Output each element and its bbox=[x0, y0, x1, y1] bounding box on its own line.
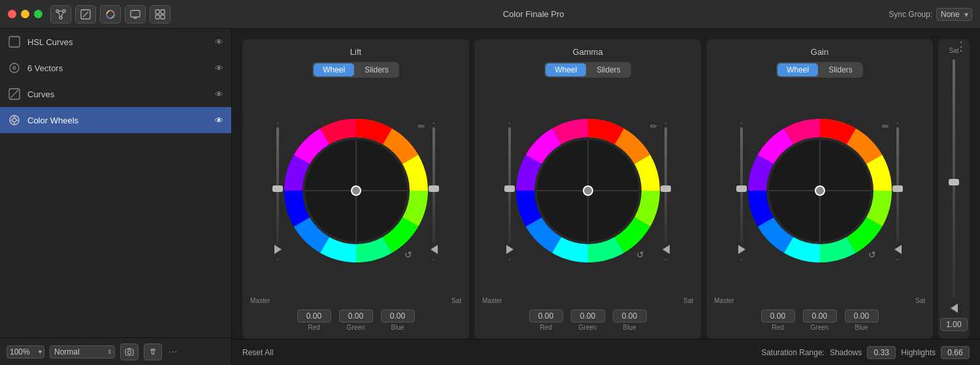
gain-title: Gain bbox=[811, 47, 828, 57]
gain-green-input[interactable] bbox=[803, 309, 837, 323]
hsl-curves-eye[interactable]: 👁 bbox=[215, 37, 223, 47]
lift-red-label: Red bbox=[308, 324, 319, 331]
gain-master-slider[interactable]: - - bbox=[738, 119, 745, 262]
extra-sat-value-input[interactable] bbox=[940, 318, 968, 331]
traffic-lights bbox=[8, 10, 42, 18]
hsl-curves-icon bbox=[8, 35, 21, 48]
svg-point-33 bbox=[351, 186, 361, 195]
gamma-wheel-body: - - bbox=[480, 86, 696, 296]
shadows-value-input[interactable] bbox=[867, 346, 896, 359]
lift-tab-wheel[interactable]: Wheel bbox=[314, 63, 354, 76]
toolbar-grid-icon[interactable] bbox=[150, 5, 171, 24]
lift-green-box: Green bbox=[339, 309, 373, 331]
gain-pencil-icon[interactable]: ✏ bbox=[882, 121, 889, 131]
gain-red-label: Red bbox=[772, 324, 783, 331]
reset-all-button[interactable]: Reset All bbox=[242, 348, 273, 357]
sync-group-select[interactable]: None bbox=[936, 8, 972, 21]
sidebar-item-curves[interactable]: Curves 👁 bbox=[0, 81, 231, 107]
gain-master-label: Master bbox=[714, 297, 734, 304]
lift-panel: Lift Wheel Sliders - - bbox=[242, 39, 469, 339]
highlights-value-input[interactable] bbox=[941, 346, 970, 359]
lift-title: Lift bbox=[350, 47, 361, 57]
gamma-color-wheel[interactable]: ✏ ↺ bbox=[516, 119, 660, 262]
gamma-tab-wheel[interactable]: Wheel bbox=[546, 63, 586, 76]
snapshot-button[interactable] bbox=[120, 343, 139, 360]
lift-green-label: Green bbox=[347, 324, 365, 331]
sidebar-label-color-wheels: Color Wheels bbox=[27, 116, 208, 125]
gamma-sat-slider[interactable]: - - bbox=[662, 119, 670, 262]
content-area: ⋮ Lift Wheel Sliders - bbox=[232, 29, 980, 365]
lift-tab-sliders[interactable]: Sliders bbox=[355, 63, 398, 76]
content-more-button[interactable]: ⋮ bbox=[955, 39, 967, 54]
lift-color-wheel[interactable]: ✏ ↺ bbox=[284, 119, 428, 262]
lift-green-input[interactable] bbox=[339, 309, 373, 323]
app-title: Color Finale Pro bbox=[178, 9, 889, 19]
gamma-sat-label: Sat bbox=[683, 297, 693, 304]
lift-blue-input[interactable] bbox=[381, 309, 415, 323]
wheels-container: ⋮ Lift Wheel Sliders - bbox=[232, 29, 980, 339]
gamma-master-label: Master bbox=[482, 297, 502, 304]
svg-rect-13 bbox=[161, 10, 165, 14]
gain-red-input[interactable] bbox=[761, 309, 795, 323]
sidebar-item-6-vectors[interactable]: 6 Vectors 👁 bbox=[0, 55, 231, 81]
svg-point-22 bbox=[12, 118, 16, 122]
gain-tab-sliders[interactable]: Sliders bbox=[819, 63, 862, 76]
gain-sat-slider[interactable]: - - bbox=[894, 119, 902, 262]
svg-point-2 bbox=[59, 16, 62, 19]
lift-master-label: Master bbox=[250, 297, 270, 304]
svg-rect-12 bbox=[155, 10, 159, 14]
gain-reset-icon[interactable]: ↺ bbox=[868, 249, 876, 260]
gamma-blue-label: Blue bbox=[623, 324, 636, 331]
gain-panel: Gain Wheel Sliders - - bbox=[706, 39, 933, 339]
fullscreen-button[interactable] bbox=[34, 10, 42, 18]
gain-tab-wheel[interactable]: Wheel bbox=[777, 63, 818, 76]
lift-sat-label: Sat bbox=[451, 297, 461, 304]
svg-point-41 bbox=[815, 186, 825, 195]
svg-line-7 bbox=[83, 12, 88, 17]
svg-point-17 bbox=[10, 63, 19, 72]
lift-pencil-icon[interactable]: ✏ bbox=[418, 121, 425, 131]
sidebar-label-curves: Curves bbox=[27, 89, 208, 99]
toolbar-node-icon[interactable] bbox=[50, 5, 71, 24]
gamma-pencil-icon[interactable]: ✏ bbox=[650, 121, 657, 131]
minimize-button[interactable] bbox=[21, 10, 29, 18]
gain-red-box: Red bbox=[761, 309, 795, 331]
gain-blue-input[interactable] bbox=[845, 309, 879, 323]
gamma-green-label: Green bbox=[579, 324, 597, 331]
gamma-tab-sliders[interactable]: Sliders bbox=[587, 63, 630, 76]
gain-color-wheel[interactable]: ✏ ↺ bbox=[748, 119, 892, 262]
zoom-select[interactable]: 100% 75% 50% bbox=[7, 345, 44, 358]
delete-button[interactable] bbox=[144, 343, 162, 360]
curves-eye[interactable]: 👁 bbox=[215, 89, 223, 99]
lift-red-box: Red bbox=[297, 309, 331, 331]
blend-mode-select[interactable]: Normal Multiply Screen Overlay bbox=[50, 345, 115, 358]
gain-wheel-body: - - bbox=[711, 86, 928, 296]
lift-red-input[interactable] bbox=[297, 309, 331, 323]
vectors-eye[interactable]: 👁 bbox=[215, 63, 223, 73]
gamma-values: Red Green Blue bbox=[529, 309, 647, 331]
gamma-green-input[interactable] bbox=[571, 309, 605, 323]
sidebar-item-color-wheels[interactable]: Color Wheels 👁 bbox=[0, 107, 231, 133]
extra-sat-slider[interactable] bbox=[953, 59, 955, 298]
toolbar-edit-icon[interactable] bbox=[75, 5, 96, 24]
gain-master-sat-labels: Master Sat bbox=[711, 297, 928, 304]
shadows-label: Shadows bbox=[830, 348, 862, 357]
close-button[interactable] bbox=[8, 10, 16, 18]
lift-sat-slider[interactable]: - - bbox=[431, 119, 438, 262]
gamma-master-slider[interactable]: - - bbox=[506, 119, 514, 262]
more-options-button[interactable]: ··· bbox=[169, 346, 177, 358]
gamma-red-input[interactable] bbox=[529, 309, 563, 323]
toolbar-monitor-icon[interactable] bbox=[125, 5, 146, 24]
toolbar-color-icon[interactable] bbox=[100, 5, 121, 24]
gamma-panel: Gamma Wheel Sliders - - bbox=[474, 39, 701, 339]
lift-reset-icon[interactable]: ↺ bbox=[404, 249, 412, 260]
sidebar: HSL Curves 👁 6 Vectors 👁 bbox=[0, 29, 232, 365]
lift-master-slider[interactable]: - - bbox=[274, 119, 282, 262]
gamma-blue-input[interactable] bbox=[613, 309, 647, 323]
gamma-reset-icon[interactable]: ↺ bbox=[636, 249, 644, 260]
saturation-range-label: Saturation Range: bbox=[761, 348, 825, 357]
gamma-master-sat-labels: Master Sat bbox=[480, 297, 696, 304]
color-wheels-eye[interactable]: 👁 bbox=[215, 116, 223, 125]
sidebar-item-hsl-curves[interactable]: HSL Curves 👁 bbox=[0, 29, 231, 55]
sync-group: Sync Group: None ▼ bbox=[889, 8, 972, 21]
